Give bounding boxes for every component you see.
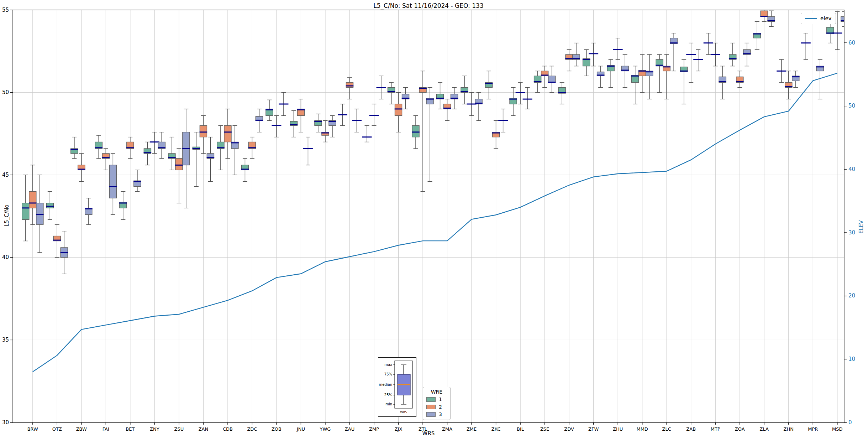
x-tick-label: ZMP xyxy=(369,426,379,432)
box-plot-BET-wre1 xyxy=(119,192,127,220)
box xyxy=(412,125,419,137)
box-plot-ZJX-wre1 xyxy=(388,83,395,104)
box-plot-ZSE-wre2 xyxy=(541,66,549,87)
x-tick-label: ZAU xyxy=(345,426,354,432)
y-tick-label-right: 50 xyxy=(848,103,855,109)
box-plot-ZBW-wre1 xyxy=(70,137,78,159)
box-plot-ZMP-wre3 xyxy=(377,76,386,99)
x-tick-label: BIL xyxy=(517,426,524,432)
wre-legend-item-2: 2 xyxy=(426,404,447,410)
box-plot-FAI-wre1 xyxy=(95,135,103,159)
key-label: min xyxy=(385,402,392,406)
key-label: median xyxy=(379,383,393,386)
box-plot-MMD-wre1 xyxy=(631,66,639,104)
box-plot-ZOB-wre1 xyxy=(265,100,273,120)
x-tick-label: OTZ xyxy=(52,426,62,432)
box-plot-ZAU-wre2 xyxy=(346,78,354,99)
box-plot-YWG-wre3 xyxy=(328,115,336,137)
wre-legend-item-3: 3 xyxy=(426,411,447,417)
box-plot-ZKC-wre3 xyxy=(498,109,508,132)
wre3-label: 3 xyxy=(439,411,442,417)
box xyxy=(548,76,556,83)
x-tick-label: ZHN xyxy=(784,426,794,432)
box-plot-ZOA-wre1 xyxy=(729,43,737,66)
y-axis-label-right: ELEV xyxy=(858,209,864,245)
box-plot-ZMA-wre1 xyxy=(436,83,444,109)
x-tick-label: MTP xyxy=(711,426,720,432)
box-plot-ZMP-wre2 xyxy=(369,104,379,125)
box xyxy=(29,192,36,208)
box-plot-ZSE-wre1 xyxy=(534,71,542,92)
box-plot-ZNY-wre1 xyxy=(144,142,152,165)
y-tick-label-left: 50 xyxy=(2,89,9,95)
box-series xyxy=(22,7,848,274)
box-plot-ZOB-wre2 xyxy=(272,115,281,137)
box xyxy=(22,203,29,219)
elev-legend-label: elev xyxy=(820,15,832,22)
box-plot-OTZ-wre1 xyxy=(46,192,54,220)
x-tick-label: ZME xyxy=(467,426,477,432)
box-plot-BIL-wre1 xyxy=(509,88,517,116)
x-tick-label: YWG xyxy=(320,426,331,432)
box-plot-ZHU-wre3 xyxy=(621,55,629,88)
box-plot-ZDV-wre3 xyxy=(572,43,580,66)
x-tick-label: ZSE xyxy=(540,426,549,432)
wre2-label: 2 xyxy=(439,404,442,410)
box-plot-OTZ-wre2 xyxy=(53,224,61,258)
box-plot-MSD-wre1 xyxy=(826,21,834,43)
box-plot-ZDC-wre1 xyxy=(241,159,249,182)
x-tick-label: ZAN xyxy=(199,426,209,432)
x-tick-label: MPR xyxy=(808,426,818,432)
box-plot-YWG-wre2 xyxy=(321,120,329,142)
box-plot-ZFW-wre3 xyxy=(597,66,605,87)
box xyxy=(761,11,768,16)
x-tick-label: ZKC xyxy=(491,426,501,432)
elev-legend: elev xyxy=(801,13,836,24)
box-plot-BRW-wre1 xyxy=(22,175,30,241)
x-tick-label: FAI xyxy=(102,426,109,432)
box-plot-ZDV-wre1 xyxy=(558,83,566,104)
box-plot-FAI-wre2 xyxy=(102,149,110,170)
box-plot-ZOA-wre2 xyxy=(736,71,744,87)
y-tick-label-left: 55 xyxy=(2,7,9,13)
box-plot-ZSU-wre1 xyxy=(168,137,176,170)
box-plot-ZJX-wre3 xyxy=(402,88,410,109)
box-plot-ZOA-wre3 xyxy=(743,43,751,66)
box-plot-ZTL-wre1 xyxy=(412,115,420,149)
box-plot-BET-wre3 xyxy=(133,170,141,191)
box-plot-MTP-wre1 xyxy=(704,33,713,55)
box-plot-ZSU-wre2 xyxy=(175,149,183,203)
chart-title: L5_C/No: Sat 11/16/2024 - GEO: 133 xyxy=(340,2,517,9)
box-plot-ZDC-wre3 xyxy=(256,109,263,132)
x-tick-label: ZLC xyxy=(662,426,671,432)
box-plot-FAI-wre3 xyxy=(109,154,117,214)
x-tick-label: ZDV xyxy=(564,426,574,432)
elev-line-icon xyxy=(805,18,817,19)
box xyxy=(46,203,53,208)
box-plot-ZMA-wre2 xyxy=(443,99,451,120)
key-label: max xyxy=(384,363,392,367)
figure: 3035404550550102030405060BRWOTZZBWFAIBET… xyxy=(0,0,868,441)
key-label: 75% xyxy=(384,372,392,376)
box-plot-ZAB-wre2 xyxy=(686,43,696,83)
box-plot-ZLA-wre3 xyxy=(767,11,775,26)
box-plot-BET-wre2 xyxy=(126,137,134,159)
x-tick-label: ZSU xyxy=(174,426,184,432)
boxplot-key-inset: max75%median25%minWRS xyxy=(378,357,416,417)
box-plot-ZTL-wre2 xyxy=(419,71,427,191)
x-tick-label: ZLA xyxy=(760,426,769,432)
y-tick-label-left: 35 xyxy=(2,337,9,343)
wre3-color-swatch xyxy=(426,412,436,417)
x-tick-label: BRW xyxy=(27,426,38,432)
box-plot-ZHN-wre1 xyxy=(777,59,786,83)
plot-border xyxy=(13,10,844,422)
box-plot-OTZ-wre3 xyxy=(61,231,68,274)
box-plot-MPR-wre1 xyxy=(801,33,811,59)
box-plot-ZLA-wre1 xyxy=(753,21,761,50)
box-plot-ZDC-wre2 xyxy=(248,137,256,159)
boxplot-key-diagram: max75%median25%minWRS xyxy=(378,358,415,415)
box-plot-ZJX-wre2 xyxy=(395,93,403,132)
x-tick-label: ZDC xyxy=(247,426,257,432)
box-plot-ZMA-wre3 xyxy=(451,88,458,109)
box-plot-ZLA-wre2 xyxy=(760,7,768,22)
